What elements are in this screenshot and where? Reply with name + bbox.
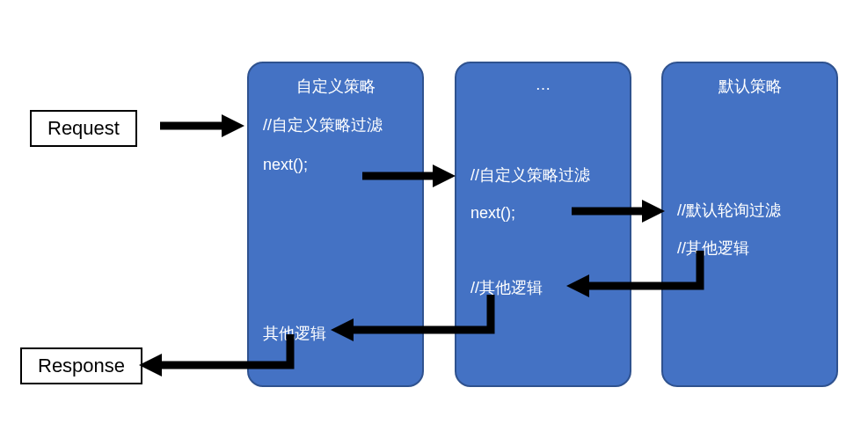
svg-marker-5 — [642, 200, 665, 223]
policy-mid-filter: //自定义策略过滤 — [470, 165, 590, 186]
request-label: Request — [30, 110, 137, 147]
svg-marker-8 — [139, 354, 162, 377]
response-text: Response — [38, 355, 125, 377]
arrow-custom-to-mid — [361, 163, 457, 189]
svg-marker-3 — [433, 165, 456, 187]
svg-marker-6 — [566, 274, 589, 297]
response-label: Response — [20, 347, 142, 384]
policy-box-default: 默认策略 //默认轮询过滤 //其他逻辑 — [661, 62, 838, 387]
policy-default-poll: //默认轮询过滤 — [677, 200, 781, 222]
policy-custom-filter: //自定义策略过滤 — [263, 114, 408, 136]
request-text: Request — [47, 117, 120, 139]
svg-marker-1 — [222, 114, 244, 137]
policy-default-title: 默认策略 — [677, 76, 822, 97]
policy-mid-title: … — [470, 76, 616, 94]
policy-mid-next: next(); — [470, 202, 515, 224]
arrow-default-to-mid — [559, 246, 709, 317]
arrow-mid-to-custom — [324, 290, 500, 361]
arrow-mid-to-default — [570, 198, 667, 224]
arrow-custom-to-response — [132, 330, 308, 391]
svg-marker-7 — [331, 318, 354, 341]
policy-custom-title: 自定义策略 — [263, 76, 408, 97]
arrow-request-to-custom — [158, 113, 246, 139]
